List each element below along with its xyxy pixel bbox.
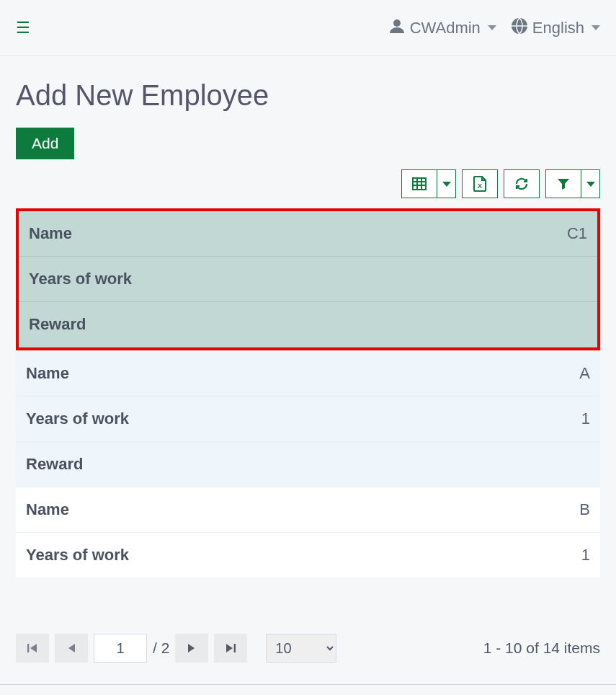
page-number-input[interactable]	[94, 634, 147, 663]
columns-button[interactable]	[401, 169, 437, 198]
hamburger-icon[interactable]: ☰	[16, 19, 30, 37]
pager-range-label: 1 - 10 of 14 items	[483, 639, 600, 657]
caret-down-icon	[488, 25, 496, 30]
svg-rect-8	[27, 644, 29, 652]
caret-down-icon	[592, 25, 600, 30]
footer-divider	[0, 684, 616, 685]
record-row-reward: Reward	[16, 442, 600, 487]
columns-dropdown[interactable]	[437, 169, 456, 198]
svg-point-0	[393, 19, 401, 27]
user-menu[interactable]: CWAdmin	[388, 17, 496, 39]
refresh-button[interactable]	[504, 169, 540, 198]
filter-dropdown[interactable]	[581, 169, 600, 198]
field-label: Reward	[26, 455, 83, 474]
language-menu[interactable]: English	[511, 17, 600, 39]
record-row-reward: Reward	[19, 302, 597, 348]
record-row-name: NameB	[16, 487, 600, 533]
record-row-name: NameA	[16, 351, 600, 397]
add-button[interactable]: Add	[16, 128, 74, 159]
prev-page-button[interactable]	[55, 634, 88, 663]
field-label: Years of work	[26, 410, 129, 428]
svg-text:X: X	[478, 182, 482, 190]
field-label: Name	[29, 224, 72, 243]
page-size-select[interactable]: 10	[266, 634, 336, 663]
page-title: Add New Employee	[16, 79, 600, 112]
svg-rect-2	[413, 178, 426, 190]
records-list: NameC1Years of workRewardNameAYears of w…	[16, 208, 600, 577]
next-page-button[interactable]	[175, 634, 208, 663]
export-excel-button[interactable]: X	[462, 169, 498, 198]
record-row-years: Years of work1	[16, 533, 600, 577]
globe-icon	[511, 17, 528, 39]
language-label: English	[532, 19, 584, 37]
field-label: Years of work	[29, 270, 132, 288]
record-group[interactable]: NameC1Years of workReward	[16, 208, 600, 350]
user-icon	[388, 17, 406, 39]
last-page-button[interactable]	[214, 634, 247, 663]
topbar: ☰ CWAdmin English	[0, 0, 616, 56]
page-total-label: / 2	[153, 639, 169, 657]
svg-rect-9	[234, 644, 236, 652]
record-row-years: Years of work	[19, 257, 597, 302]
user-name: CWAdmin	[410, 19, 481, 37]
record-row-years: Years of work1	[16, 397, 600, 442]
field-value: B	[579, 500, 590, 519]
record-row-name: NameC1	[19, 211, 597, 257]
field-value: C1	[567, 224, 587, 243]
pager: / 2 10 1 - 10 of 14 items	[0, 634, 616, 684]
field-value: A	[579, 364, 590, 383]
first-page-button[interactable]	[16, 634, 49, 663]
field-value: 1	[581, 546, 590, 565]
filter-button[interactable]	[545, 169, 581, 198]
grid-toolbar: X	[16, 169, 600, 198]
field-label: Name	[26, 500, 69, 519]
record-group[interactable]: NameAYears of work1Reward	[16, 350, 600, 487]
field-value: 1	[581, 410, 590, 428]
field-label: Name	[26, 364, 69, 383]
field-label: Reward	[29, 315, 86, 334]
field-label: Years of work	[26, 546, 129, 565]
record-group[interactable]: NameBYears of work1	[16, 487, 600, 577]
